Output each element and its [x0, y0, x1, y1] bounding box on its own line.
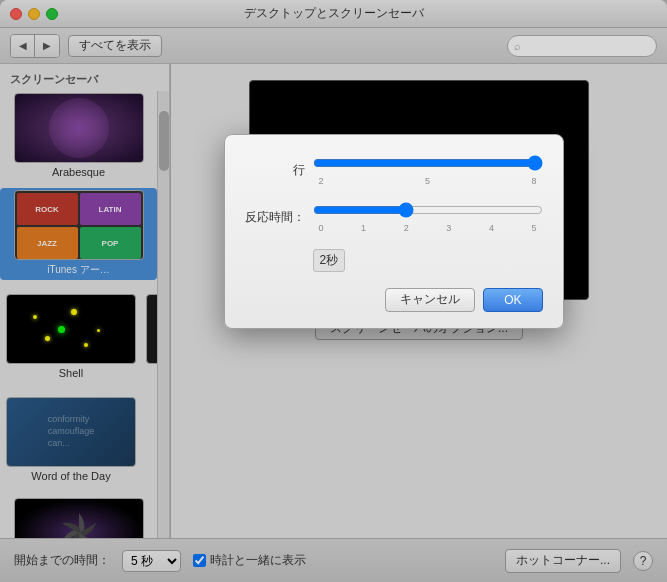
cancel-button[interactable]: キャンセル: [385, 288, 475, 312]
response-tick-marks: 0 1 2 3 4 5: [313, 223, 543, 233]
response-slider-row: 反応時間： 0 1 2 3 4 5: [245, 202, 543, 233]
row-tick-5: 5: [425, 176, 430, 186]
row-tick-8: 8: [531, 176, 536, 186]
main-window: デスクトップとスクリーンセーバ ◀ ▶ すべてを表示 ⌕ スクリーンセーバ Ar…: [0, 0, 667, 582]
row-tick-marks: 2 5 8: [313, 176, 543, 186]
response-tick-2: 2: [404, 223, 409, 233]
response-tick-3: 3: [446, 223, 451, 233]
response-tick-4: 4: [489, 223, 494, 233]
row-tick-2: 2: [319, 176, 324, 186]
row-slider[interactable]: [313, 155, 543, 171]
row-label: 行: [245, 162, 305, 179]
ok-button[interactable]: OK: [483, 288, 542, 312]
row-slider-row: 行 2 5 8: [245, 155, 543, 186]
response-slider-container: 0 1 2 3 4 5: [313, 202, 543, 233]
row-slider-container: 2 5 8: [313, 155, 543, 186]
response-tick-5: 5: [531, 223, 536, 233]
modal-overlay: 行 2 5 8 反応時間：: [0, 0, 667, 582]
response-tick-1: 1: [361, 223, 366, 233]
response-value: 2秒: [313, 249, 346, 272]
response-label: 反応時間：: [245, 209, 305, 226]
response-tick-0: 0: [319, 223, 324, 233]
modal-buttons: キャンセル OK: [245, 288, 543, 312]
modal-dialog: 行 2 5 8 反応時間：: [224, 134, 564, 329]
response-slider[interactable]: [313, 202, 543, 218]
value-display-row: 2秒: [245, 249, 543, 272]
